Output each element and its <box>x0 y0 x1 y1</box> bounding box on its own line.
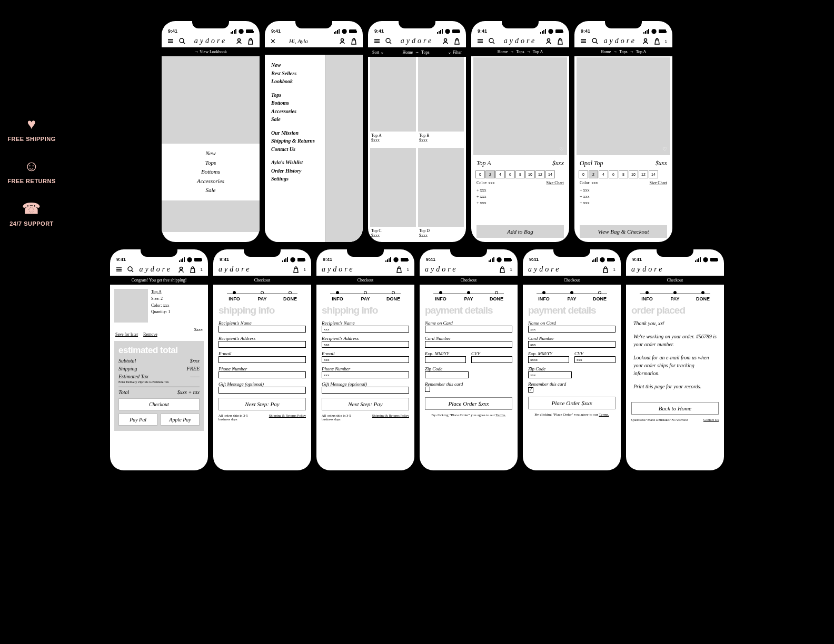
address-input[interactable]: xxx <box>322 341 409 348</box>
card-number-input[interactable] <box>425 341 512 348</box>
wishlist-icon[interactable]: ♡ <box>662 146 667 152</box>
card-name-input[interactable] <box>425 326 512 333</box>
nav-link[interactable]: Sale <box>271 115 319 124</box>
account-icon[interactable] <box>177 266 185 273</box>
account-icon[interactable] <box>545 37 552 45</box>
size-option[interactable]: 2 <box>485 170 495 178</box>
product-image[interactable] <box>418 148 464 227</box>
save-later-link[interactable]: Save for later <box>115 332 138 337</box>
search-icon[interactable] <box>178 37 186 45</box>
product-image[interactable] <box>370 148 416 227</box>
nav-link[interactable]: Contact Us <box>271 145 319 154</box>
account-icon[interactable] <box>339 37 346 45</box>
size-option[interactable]: 14 <box>545 170 555 178</box>
hamburger-icon[interactable] <box>373 37 381 45</box>
brand-logo[interactable]: aydore <box>194 37 227 45</box>
cat-link[interactable]: New <box>162 149 260 158</box>
sort-button[interactable]: Sort <box>372 49 384 55</box>
cat-link[interactable]: Tops <box>162 158 260 168</box>
cvv-input[interactable]: xxx <box>574 356 615 363</box>
search-icon[interactable] <box>488 37 495 45</box>
size-option[interactable]: 0 <box>475 170 485 178</box>
product-image[interactable] <box>418 57 464 132</box>
bag-icon[interactable] <box>557 37 564 45</box>
nav-link[interactable]: Lookbook <box>271 77 319 86</box>
view-bag-button[interactable]: View Bag & Checkout <box>580 225 667 238</box>
remove-link[interactable]: Remove <box>143 332 157 337</box>
bag-icon[interactable] <box>292 266 300 273</box>
nav-link[interactable]: Order History <box>271 167 319 175</box>
cat-link[interactable]: Accessories <box>162 177 260 186</box>
bag-icon[interactable] <box>247 37 254 45</box>
checkout-button[interactable]: Checkout <box>118 398 200 410</box>
card-name-input[interactable]: xxx <box>528 326 615 333</box>
next-step-button[interactable]: Next Step: Pay <box>219 398 306 410</box>
lookbook-banner[interactable]: → View Lookbook <box>162 47 260 56</box>
paypal-button[interactable]: Pay Pal <box>118 414 157 426</box>
size-option[interactable]: 12 <box>535 170 545 178</box>
nav-link[interactable]: Ayla's Wishlist <box>271 158 319 167</box>
bag-icon[interactable] <box>602 266 609 273</box>
size-option[interactable]: 10 <box>525 170 535 178</box>
bag-icon[interactable] <box>453 37 461 45</box>
zip-input[interactable] <box>425 371 469 378</box>
product-image[interactable] <box>370 57 416 132</box>
size-option[interactable]: 4 <box>495 170 505 178</box>
size-chart-link[interactable]: Size Chart <box>649 180 667 185</box>
hamburger-icon[interactable] <box>115 266 123 273</box>
brand-logo[interactable]: aydore <box>401 37 433 45</box>
nav-link[interactable]: Tops <box>271 91 319 99</box>
bag-icon[interactable] <box>395 266 403 273</box>
applepay-button[interactable]: Apple Pay <box>161 414 200 426</box>
gift-input[interactable] <box>219 387 306 394</box>
search-icon[interactable] <box>127 266 134 273</box>
shipping-policy-link[interactable]: Shipping & Returns Policy <box>372 414 409 421</box>
terms-link[interactable]: Terms. <box>599 412 609 417</box>
next-step-button[interactable]: Next Step: Pay <box>322 398 409 410</box>
close-icon[interactable]: ✕ <box>270 37 276 45</box>
cart-item-name[interactable]: Top A <box>151 289 204 296</box>
nav-link[interactable]: Shipping & Returns <box>271 137 319 145</box>
nav-link[interactable]: New <box>271 61 319 69</box>
nav-link[interactable]: Best Sellers <box>271 69 319 78</box>
bag-icon[interactable] <box>499 266 506 273</box>
place-order-button[interactable]: Place Order $xxx <box>528 397 615 409</box>
nav-link[interactable]: Bottoms <box>271 99 319 107</box>
hamburger-icon[interactable] <box>580 37 587 45</box>
place-order-button[interactable]: Place Order $xxx <box>425 397 512 410</box>
bag-icon[interactable] <box>189 266 196 273</box>
account-icon[interactable] <box>235 37 243 45</box>
add-to-bag-button[interactable]: Add to Bag <box>476 225 564 238</box>
cat-link[interactable]: Bottoms <box>162 167 260 177</box>
zip-input[interactable]: xxx <box>528 371 572 378</box>
name-input[interactable]: xxx <box>322 326 409 333</box>
email-input[interactable] <box>219 356 306 363</box>
product-image[interactable]: ♡ <box>473 57 567 155</box>
hamburger-icon[interactable] <box>167 37 174 45</box>
phone-input[interactable] <box>219 371 306 378</box>
gift-input[interactable] <box>322 387 409 394</box>
search-icon[interactable] <box>385 37 392 45</box>
name-input[interactable] <box>219 326 306 333</box>
shipping-policy-link[interactable]: Shipping & Returns Policy <box>269 414 306 421</box>
account-icon[interactable] <box>642 37 649 45</box>
size-option[interactable]: 6 <box>505 170 515 178</box>
nav-link[interactable]: Settings <box>271 175 319 183</box>
contact-link[interactable]: Contact Us <box>703 418 719 421</box>
hamburger-icon[interactable] <box>476 37 484 45</box>
bag-icon[interactable] <box>350 37 358 45</box>
nav-link[interactable]: Our Mission <box>271 129 319 137</box>
remember-checkbox[interactable] <box>425 387 430 392</box>
size-chart-link[interactable]: Size Chart <box>546 180 564 185</box>
back-home-button[interactable]: Back to Home <box>631 402 719 415</box>
cat-link[interactable]: Sale <box>162 186 260 195</box>
size-option[interactable]: 8 <box>515 170 525 178</box>
search-icon[interactable] <box>591 37 599 45</box>
nav-link[interactable]: Accessories <box>271 107 319 116</box>
remember-checkbox[interactable]: ✓ <box>528 387 533 393</box>
terms-link[interactable]: Terms. <box>496 413 506 417</box>
address-input[interactable] <box>219 341 306 348</box>
exp-input[interactable]: xxxx <box>528 356 569 363</box>
filter-button[interactable]: Filter <box>448 49 462 55</box>
wishlist-icon[interactable]: ♡ <box>559 146 564 152</box>
